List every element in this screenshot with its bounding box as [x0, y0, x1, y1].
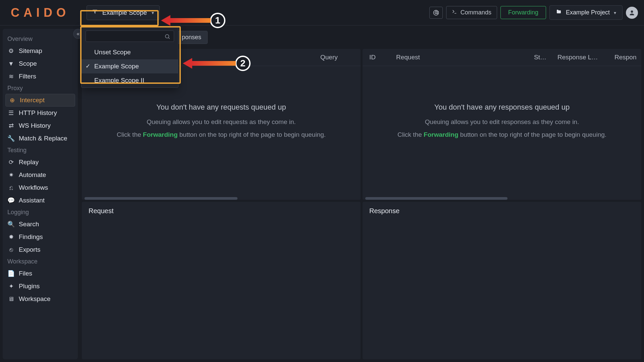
sidebar-item-label: WS History — [19, 122, 51, 129]
sidebar-item-label: Automate — [19, 171, 46, 179]
hscrollbar[interactable] — [365, 197, 639, 200]
monitor-icon: 🖥 — [7, 296, 15, 303]
col-status[interactable]: St… — [527, 54, 551, 61]
request-detail: Request — [82, 202, 361, 359]
hscrollbar[interactable] — [85, 197, 358, 200]
sidebar-item-replay[interactable]: ⟳Replay — [3, 156, 78, 169]
sidebar-item-exports[interactable]: ⎋Exports — [3, 243, 78, 256]
svg-point-1 — [435, 12, 437, 14]
forwarding-word: Forwarding — [424, 131, 458, 138]
chevron-down-icon: ▾ — [152, 10, 154, 15]
sidebar-item-label: Sitemap — [19, 47, 42, 55]
scope-option-example[interactable]: Example Scope — [82, 59, 178, 73]
search-icon: 🔍 — [7, 221, 15, 228]
sidebar-item-label: Files — [19, 270, 32, 277]
svg-line-3 — [437, 11, 438, 12]
scope-option-example-ii[interactable]: Example Scope II — [82, 73, 178, 87]
sidebar-item-findings[interactable]: ✸Findings — [3, 231, 78, 243]
section-logging: Logging — [3, 207, 78, 218]
sidebar-item-match-replace[interactable]: 🔧Match & Replace — [3, 132, 78, 145]
scope-select[interactable]: Example Scope ▾ — [87, 5, 160, 20]
sidebar-item-sitemap[interactable]: ⚙Sitemap — [3, 45, 78, 57]
response-detail: Response — [363, 202, 641, 359]
scope-label: Example Scope — [102, 9, 147, 16]
branch-icon: ⎌ — [7, 184, 15, 191]
section-overview: Overview — [3, 34, 78, 45]
empty-line: Queuing allows you to edit requests as t… — [82, 118, 361, 126]
sidebar-item-scope[interactable]: ▼Scope — [3, 57, 78, 70]
bug-icon: ✷ — [7, 171, 15, 179]
responses-panel: ID Request St… Response L… Respon You do… — [363, 49, 641, 200]
empty-responses: You don't have any responses queued up Q… — [363, 66, 641, 138]
sidebar-item-label: Plugins — [19, 283, 40, 290]
sidebar-item-http-history[interactable]: ☰HTTP History — [3, 107, 78, 119]
sidebar-item-label: Search — [19, 221, 39, 228]
refresh-icon: ⟳ — [7, 159, 15, 166]
sidebar-item-label: Workflows — [19, 184, 48, 191]
col-response[interactable]: Respon — [608, 54, 641, 61]
svg-line-8 — [168, 38, 169, 39]
sidebar-item-label: HTTP History — [19, 109, 57, 117]
sidebar-item-automate[interactable]: ✷Automate — [3, 169, 78, 181]
export-icon: ⎋ — [7, 246, 15, 253]
search-icon — [164, 34, 170, 40]
avatar[interactable] — [626, 7, 638, 19]
folder-icon — [556, 9, 562, 16]
col-response-length[interactable]: Response L… — [551, 54, 608, 61]
empty-hint: Click the Forwarding button on the top r… — [82, 131, 361, 138]
crosshair-icon: ⊕ — [8, 97, 16, 104]
scope-search[interactable] — [86, 31, 174, 42]
swap-icon: ⇄ — [7, 122, 15, 129]
sidebar-item-label: Exports — [19, 246, 40, 253]
svg-point-6 — [631, 10, 633, 13]
commands-button[interactable]: Commands — [446, 6, 497, 19]
sliders-icon: ≋ — [7, 73, 15, 80]
request-detail-title: Request — [82, 202, 361, 220]
project-select[interactable]: Example Project ▾ — [549, 5, 623, 20]
sidebar-item-files[interactable]: 📄Files — [3, 267, 78, 280]
funnel-icon — [92, 9, 98, 16]
sidebar-item-workspace[interactable]: 🖥Workspace — [3, 293, 78, 305]
scope-option-unset[interactable]: Unset Scope — [82, 45, 178, 59]
topbar: CAIDO Example Scope ▾ Commands Forwardin… — [0, 0, 644, 25]
topbar-right: Commands Forwarding Example Project ▾ — [429, 5, 638, 20]
chat-icon: 💬 — [7, 197, 15, 204]
response-detail-title: Response — [363, 202, 641, 220]
empty-line: Queuing allows you to edit responses as … — [363, 118, 641, 126]
sidebar-item-intercept[interactable]: ⊕Intercept — [5, 94, 75, 107]
forwarding-button[interactable]: Forwarding — [500, 6, 546, 19]
list-icon: ☰ — [7, 109, 15, 117]
col-query[interactable]: Query — [314, 54, 361, 61]
responses-header: ID Request St… Response L… Respon — [363, 49, 641, 66]
sidebar-item-label: Filters — [19, 73, 36, 80]
sidebar-item-search[interactable]: 🔍Search — [3, 218, 78, 231]
browser-button[interactable] — [429, 7, 443, 19]
col-request[interactable]: Request — [389, 54, 527, 61]
empty-title: You don't have any requests queued up — [82, 103, 361, 112]
sidebar-item-label: Workspace — [19, 295, 51, 303]
funnel-icon: ▼ — [7, 60, 15, 67]
sidebar: « Overview ⚙Sitemap ▼Scope ≋Filters Prox… — [3, 29, 78, 359]
empty-title: You don't have any responses queued up — [363, 103, 641, 112]
sitemap-icon: ⚙ — [7, 47, 15, 55]
svg-point-7 — [165, 35, 169, 38]
wrench-icon: 🔧 — [7, 135, 15, 142]
sidebar-item-label: Intercept — [20, 97, 45, 104]
burst-icon: ✸ — [7, 233, 15, 241]
section-testing: Testing — [3, 145, 78, 156]
sidebar-item-label: Scope — [19, 60, 37, 67]
logo: CAIDO — [11, 6, 70, 20]
sidebar-item-workflows[interactable]: ⎌Workflows — [3, 181, 78, 194]
sidebar-item-ws-history[interactable]: ⇄WS History — [3, 119, 78, 132]
sidebar-item-label: Findings — [19, 233, 43, 241]
sidebar-item-label: Replay — [19, 159, 39, 166]
col-id[interactable]: ID — [363, 54, 389, 61]
tab-responses[interactable]: ponses — [175, 31, 208, 44]
commands-label: Commands — [461, 9, 491, 16]
sidebar-item-filters[interactable]: ≋Filters — [3, 70, 78, 83]
sidebar-item-assistant[interactable]: 💬Assistant — [3, 194, 78, 207]
section-workspace: Workspace — [3, 256, 78, 267]
sidebar-item-plugins[interactable]: ✦Plugins — [3, 280, 78, 293]
sidebar-item-label: Assistant — [19, 197, 45, 204]
section-proxy: Proxy — [3, 83, 78, 94]
